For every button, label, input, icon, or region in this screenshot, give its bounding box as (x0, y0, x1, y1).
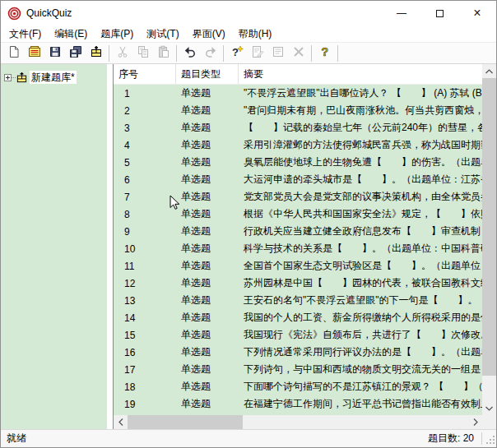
row-summary-cell: 在福建宁德工作期间，习近平总书记曾指出能否有效制止 (239, 395, 482, 413)
row-summary-cell: "君问归期未有期，巴山夜雨涨秋池。何当共剪西窗烛， (239, 102, 482, 119)
cut-button (112, 44, 132, 63)
toolbar-separator (176, 45, 177, 62)
row-type-cell: 单选题 (176, 344, 239, 361)
new-bank-button[interactable] (86, 44, 106, 63)
table-row[interactable]: 2 单选题 "君问归期未有期，巴山夜雨涨秋池。何当共剪西窗烛， (114, 102, 482, 119)
column-header-summary[interactable]: 摘要 (239, 64, 482, 84)
toolbar: ? ? (1, 42, 496, 64)
statusbar: 就绪 题目数: 20 (1, 429, 496, 447)
open-button[interactable] (24, 44, 44, 63)
row-type-cell: 单选题 (176, 206, 239, 223)
column-header-type[interactable]: 题目类型 (176, 64, 239, 84)
table-row[interactable]: 6 单选题 大运河申遗的牵头城市是【 】。（出题单位：江苏省 (114, 171, 482, 188)
window-title: QuickQuiz (26, 7, 72, 19)
table-row[interactable]: 15 单选题 我国现行《宪法》自颁布后，共进行了【 】次修改。 (114, 326, 482, 344)
toolbar-separator (109, 45, 109, 62)
table-row[interactable]: 11 单选题 全国首个国家生态文明试验区是【 】。（出题单位： (114, 257, 482, 275)
table-row[interactable]: 18 单选题 下面哪个诗句描写的不是江苏镇江的景观？ 【 】（出 (114, 378, 482, 395)
horizontal-scroll-thumb[interactable] (128, 415, 243, 429)
table-row[interactable]: 14 单选题 我国的个人的工资、薪金所得缴纳个人所得税采用的是什 (114, 309, 482, 326)
table-row[interactable]: 10 单选题 科学与技术的关系是【 】。（出题单位：中国科普研 (114, 240, 482, 257)
table-row[interactable]: 16 单选题 下列情况通常采用同行评议办法的是【 】。（出题单 (114, 344, 482, 361)
new-question-button[interactable]: ? (226, 44, 247, 63)
question-bank-icon (90, 45, 103, 62)
new-button[interactable] (3, 44, 24, 63)
row-summary-cell: 行政机关应当建立健全政府信息发布【 】审查机制， (239, 223, 482, 240)
menu-bank[interactable]: 题库(P) (94, 25, 140, 42)
delete-icon (292, 45, 305, 62)
row-type-cell: 单选题 (176, 326, 239, 344)
row-summary-cell: 下面哪个诗句描写的不是江苏镇江的景观？ 【 】（出 (239, 378, 482, 395)
table-row[interactable]: 4 单选题 采用引漳灌邺的方法使得邺城民富兵强，称为战国时期魏 (114, 136, 482, 154)
maximize-button[interactable] (420, 1, 458, 25)
save-all-icon (69, 45, 82, 62)
new-document-icon (7, 45, 21, 62)
titlebar: QuickQuiz — × (1, 1, 496, 25)
row-number-cell: 8 (114, 206, 176, 223)
table-row[interactable]: 17 单选题 下列诗句，与中国和西域的物质文明交流无关的一组是 (114, 361, 482, 378)
vertical-scroll-thumb[interactable] (482, 78, 496, 376)
maximize-icon (436, 10, 444, 17)
vertical-scrollbar[interactable] (482, 64, 496, 415)
help-button[interactable]: ? (314, 44, 335, 63)
row-summary-cell: 我国现行《宪法》自颁布后，共进行了【 】次修改。 (239, 326, 482, 344)
caption-buttons: — × (383, 1, 496, 25)
minimize-button[interactable]: — (383, 1, 420, 25)
table-header: 序号 题目类型 摘要 (114, 64, 482, 85)
table-row[interactable]: 8 单选题 根据《中华人民共和国国家安全法》规定，【 】依照 (114, 206, 482, 223)
column-header-number[interactable]: 序号 (114, 64, 176, 84)
edit-question-button (247, 44, 267, 63)
row-summary-cell: 王安石的名句"不畏浮云遮望眼"的下一句是【 】。（ (239, 292, 482, 309)
row-type-cell: 单选题 (176, 223, 239, 240)
save-button[interactable] (44, 44, 65, 63)
row-summary-cell: 全国首个国家生态文明试验区是【 】。（出题单位： (239, 257, 482, 275)
row-type-cell: 单选题 (176, 361, 239, 378)
resize-grip[interactable] (482, 432, 496, 446)
menu-help[interactable]: 帮助(H) (232, 25, 279, 42)
scroll-right-icon[interactable] (468, 415, 482, 429)
paste-button (153, 44, 174, 63)
row-number-cell: 15 (114, 326, 176, 344)
table-row[interactable]: 3 单选题 【 】记载的秦始皇七年（公元前240年）的彗星，各 (114, 119, 482, 136)
table-row[interactable]: 9 单选题 行政机关应当建立健全政府信息发布【 】审查机制， (114, 223, 482, 240)
row-type-cell: 单选题 (176, 240, 239, 257)
row-number-cell: 12 (114, 275, 176, 292)
status-ready-text: 就绪 (1, 432, 26, 446)
table-row[interactable]: 1 单选题 "不畏浮云遮望眼"出自哪位诗人？ 【 】 (A) 苏轼 (B (114, 85, 482, 102)
table-row[interactable]: 13 单选题 王安石的名句"不畏浮云遮望眼"的下一句是【 】。（ (114, 292, 482, 309)
menu-view[interactable]: 界面(V) (186, 25, 232, 42)
tree-root-label[interactable]: 新建题库* (30, 71, 77, 84)
menu-test[interactable]: 测试(T) (140, 25, 185, 42)
row-type-cell: 单选题 (176, 102, 239, 119)
table-row[interactable]: 19 单选题 在福建宁德工作期间，习近平总书记曾指出能否有效制止 (114, 395, 482, 413)
tree-expand-button[interactable] (4, 70, 12, 85)
row-summary-cell: 下列情况通常采用同行评议办法的是【 】。（出题单 (239, 344, 482, 361)
status-question-count: 题目数: 20 (428, 432, 481, 446)
undo-button[interactable] (179, 44, 200, 63)
close-button[interactable]: × (458, 1, 496, 25)
help-icon: ? (318, 45, 332, 62)
scroll-left-icon[interactable] (114, 415, 128, 429)
svg-text:?: ? (321, 45, 328, 58)
menu-file[interactable]: 文件(F) (2, 25, 48, 42)
row-number-cell: 19 (114, 395, 176, 413)
close-icon: × (473, 7, 481, 20)
scroll-down-icon[interactable] (482, 401, 496, 415)
row-number-cell: 9 (114, 223, 176, 240)
question-table: 序号 题目类型 摘要 1 单选题 "不畏浮云遮望眼"出自哪位诗人？ 【 】 (A… (113, 64, 496, 429)
table-row[interactable]: 7 单选题 党支部党员大会是党支部的议事决策机构，由全体党员参 (114, 188, 482, 206)
menu-edit[interactable]: 编辑(E) (48, 25, 94, 42)
table-row[interactable]: 5 单选题 臭氧层能使地球上的生物免遭【 】的伤害。（出题单 (114, 154, 482, 171)
copy-button (132, 44, 153, 63)
table-row[interactable]: 12 单选题 苏州园林是中国【 】园林的代表，被联合国教科文组 (114, 275, 482, 292)
main-area: 新建题库* 序号 题目类型 摘要 1 单选题 "不畏浮云遮望眼"出自哪位诗人？ … (1, 64, 496, 429)
horizontal-scrollbar[interactable] (114, 415, 482, 429)
cut-icon (116, 45, 129, 62)
save-all-button[interactable] (65, 44, 86, 63)
scroll-up-icon[interactable] (482, 64, 496, 78)
row-type-cell: 单选题 (176, 188, 239, 206)
row-number-cell: 13 (114, 292, 176, 309)
panel-splitter[interactable] (107, 64, 113, 429)
row-summary-cell: 我国的个人的工资、薪金所得缴纳个人所得税采用的是什 (239, 309, 482, 326)
row-number-cell: 18 (114, 378, 176, 395)
